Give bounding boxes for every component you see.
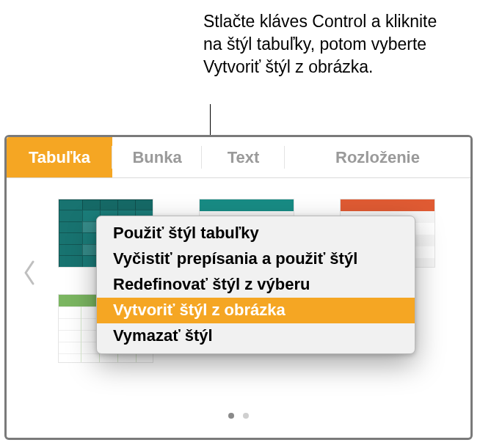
tab-text[interactable]: Text <box>202 137 285 177</box>
styles-pager[interactable] <box>7 413 470 419</box>
menu-redefine-style[interactable]: Redefinovať štýl z výberu <box>97 272 415 298</box>
menu-create-style-from-image[interactable]: Vytvoriť štýl z obrázka <box>97 298 415 323</box>
chevron-left-icon <box>23 260 37 285</box>
menu-clear-overrides[interactable]: Vyčistiť prepísania a použiť štýl <box>97 246 415 272</box>
callout-text: Stlačte kláves Control a kliknite na štý… <box>203 10 446 78</box>
pager-dot[interactable] <box>228 413 234 419</box>
menu-item-label: Redefinovať štýl z výberu <box>113 275 310 293</box>
tab-table[interactable]: Tabuľka <box>7 137 112 177</box>
menu-delete-style[interactable]: Vymazať štýl <box>97 323 415 349</box>
menu-apply-style[interactable]: Použiť štýl tabuľky <box>97 221 415 246</box>
menu-item-label: Použiť štýl tabuľky <box>113 224 259 242</box>
tab-label: Bunka <box>132 148 181 167</box>
tab-cell[interactable]: Bunka <box>112 137 202 177</box>
tab-label: Rozloženie <box>335 148 420 167</box>
context-menu: Použiť štýl tabuľky Vyčistiť prepísania … <box>96 216 415 354</box>
tab-label: Text <box>228 148 260 167</box>
tab-layout[interactable]: Rozloženie <box>285 137 470 177</box>
styles-prev-button[interactable] <box>23 260 37 285</box>
format-tabbar: Tabuľka Bunka Text Rozloženie <box>7 137 470 178</box>
menu-item-label: Vytvoriť štýl z obrázka <box>113 301 286 319</box>
tab-label: Tabuľka <box>29 148 90 167</box>
pager-dot[interactable] <box>243 413 249 419</box>
menu-item-label: Vymazať štýl <box>113 326 213 345</box>
menu-item-label: Vyčistiť prepísania a použiť štýl <box>113 249 357 268</box>
